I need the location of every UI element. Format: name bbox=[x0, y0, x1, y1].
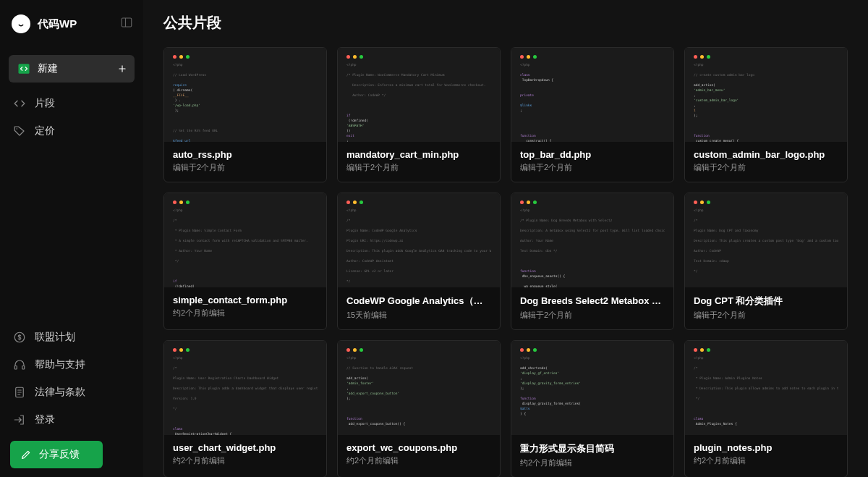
snippet-grid: <?php // Load WordPress require( dirname… bbox=[163, 47, 848, 477]
snippet-subtitle: 编辑于2个月前 bbox=[520, 162, 665, 173]
snippet-subtitle: 15天前编辑 bbox=[346, 310, 491, 321]
snippet-meta: CodeWP Google Analytics（分析）集成 15天前编辑 bbox=[338, 287, 500, 329]
snippet-meta: export_wc_coupons.php 约2个月前编辑 bbox=[338, 435, 500, 475]
logo-text: 代码WP bbox=[38, 17, 77, 31]
page-title: 公共片段 bbox=[163, 13, 848, 33]
window-controls-icon bbox=[173, 55, 318, 59]
snippet-preview: <?php /* * Plugin Name: Simple Contact F… bbox=[164, 193, 326, 287]
window-controls-icon bbox=[173, 348, 318, 352]
new-button-label: 新建 bbox=[38, 62, 58, 75]
snippet-card[interactable]: <?php add_shortcode('display_gf_entries'… bbox=[511, 340, 674, 477]
sidebar-item-label: 片段 bbox=[35, 97, 55, 110]
snippet-subtitle: 编辑于2个月前 bbox=[346, 162, 491, 173]
share-feedback-button[interactable]: 分享反馈 bbox=[10, 441, 103, 468]
sidebar-item-legal[interactable]: 法律与条款 bbox=[0, 379, 143, 406]
snippet-preview: <?php /* * Plugin Name: Admin Plugins No… bbox=[685, 341, 847, 435]
code-preview: <?php add_shortcode('display_gf_entries'… bbox=[520, 356, 665, 435]
snippet-meta: auto_rss.php 编辑于2个月前 bbox=[164, 142, 326, 182]
sidebar-item-pricing[interactable]: 定价 bbox=[0, 117, 143, 145]
snippet-title: Dog Breeds Select2 Metabox 插件 bbox=[520, 295, 665, 308]
snippet-title: plugin_notes.php bbox=[694, 442, 838, 453]
pencil-icon bbox=[20, 449, 32, 460]
snippet-meta: mandatory_cart_min.php 编辑于2个月前 bbox=[338, 142, 500, 182]
snippet-subtitle: 约2个月前编辑 bbox=[694, 455, 838, 466]
code-icon bbox=[17, 62, 30, 75]
sidebar-item-label: 联盟计划 bbox=[35, 331, 75, 344]
snippet-card[interactable]: <?php /* * Plugin Name: Simple Contact F… bbox=[163, 193, 327, 330]
sidebar-item-label: 登录 bbox=[35, 413, 55, 426]
snippet-meta: Dog Breeds Select2 Metabox 插件 编辑于2个月前 bbox=[511, 287, 673, 329]
login-icon bbox=[13, 413, 26, 426]
code-preview: <?php /* Plugin Name: Dog Breeds Metabox… bbox=[520, 208, 665, 287]
window-controls-icon bbox=[173, 200, 318, 204]
snippet-card[interactable]: <?php /* Plugin Name: WooCommerce Mandat… bbox=[337, 47, 501, 182]
snippet-card[interactable]: <?php // Function to handle AJAX request… bbox=[337, 340, 501, 477]
sidebar-item-affiliate[interactable]: 联盟计划 bbox=[0, 324, 143, 351]
tag-icon bbox=[13, 124, 26, 138]
sidebar: 代码WP 新建 片段 定价 联盟计划 帮助与支 bbox=[0, 0, 143, 477]
snippet-title: mandatory_cart_min.php bbox=[346, 149, 491, 160]
document-icon bbox=[13, 386, 26, 399]
logo-icon bbox=[12, 14, 30, 33]
window-controls-icon bbox=[346, 348, 491, 352]
code-preview: <?php /* * Plugin Name: Admin Plugins No… bbox=[694, 356, 838, 435]
headphones-icon bbox=[13, 358, 26, 371]
window-controls-icon bbox=[520, 200, 665, 204]
snippet-meta: plugin_notes.php 约2个月前编辑 bbox=[685, 435, 847, 475]
snippet-card[interactable]: <?php /* Plugin Name: Dog CPT and Taxono… bbox=[684, 193, 848, 330]
snippet-card[interactable]: <?php // create custom admin bar logo ad… bbox=[684, 47, 848, 182]
snippet-title: export_wc_coupons.php bbox=[346, 442, 491, 453]
snippet-subtitle: 编辑于2个月前 bbox=[173, 162, 318, 173]
snippet-preview: <?php /* Plugin Name: User Registration … bbox=[164, 341, 326, 435]
code-icon bbox=[13, 97, 26, 110]
code-preview: <?php // Function to handle AJAX request… bbox=[346, 356, 491, 435]
snippet-subtitle: 编辑于2个月前 bbox=[694, 310, 838, 321]
snippet-subtitle: 约2个月前编辑 bbox=[173, 455, 318, 466]
snippet-title: custom_admin_bar_logo.php bbox=[694, 149, 838, 160]
snippet-subtitle: 约2个月前编辑 bbox=[346, 455, 491, 466]
code-preview: <?php // create custom admin bar logo ad… bbox=[694, 63, 838, 142]
sidebar-item-snippets[interactable]: 片段 bbox=[0, 90, 143, 117]
new-button[interactable]: 新建 bbox=[9, 55, 135, 83]
snippet-meta: simple_contact_form.php 约2个月前编辑 bbox=[164, 287, 326, 327]
plus-icon bbox=[117, 64, 127, 74]
svg-rect-1 bbox=[19, 64, 30, 74]
sidebar-item-label: 法律与条款 bbox=[35, 386, 85, 399]
code-preview: <?php /* Plugin Name: WooCommerce Mandat… bbox=[346, 63, 491, 142]
snippet-preview: <?php add_shortcode('display_gf_entries'… bbox=[511, 341, 673, 435]
window-controls-icon bbox=[694, 348, 838, 352]
collapse-sidebar-button[interactable] bbox=[120, 16, 133, 29]
snippet-subtitle: 编辑于2个月前 bbox=[520, 310, 665, 321]
code-preview: <?php // Load WordPress require( dirname… bbox=[173, 63, 318, 142]
snippet-card[interactable]: <?php class TopBarDropdown { private $li… bbox=[511, 47, 674, 182]
snippet-title: auto_rss.php bbox=[173, 149, 318, 160]
sidebar-item-label: 帮助与支持 bbox=[35, 358, 85, 371]
logo-row: 代码WP bbox=[0, 0, 143, 48]
snippet-preview: <?php /* Plugin Name: Dog Breeds Metabox… bbox=[511, 193, 673, 287]
snippet-preview: <?php // Load WordPress require( dirname… bbox=[164, 48, 326, 142]
snippet-card[interactable]: <?php /* * Plugin Name: Admin Plugins No… bbox=[684, 340, 848, 477]
sidebar-item-help[interactable]: 帮助与支持 bbox=[0, 351, 143, 379]
snippet-subtitle: 约2个月前编辑 bbox=[173, 308, 318, 318]
snippet-title: Dog CPT 和分类插件 bbox=[694, 295, 838, 308]
code-preview: <?php /* Plugin Name: User Registration … bbox=[173, 356, 318, 435]
window-controls-icon bbox=[346, 55, 491, 59]
code-preview: <?php /* Plugin Name: CodeWP Google Anal… bbox=[346, 208, 491, 287]
dollar-icon bbox=[13, 331, 26, 344]
sidebar-item-login[interactable]: 登录 bbox=[0, 406, 143, 434]
snippet-preview: <?php class TopBarDropdown { private $li… bbox=[511, 48, 673, 142]
window-controls-icon bbox=[520, 55, 665, 59]
snippet-card[interactable]: <?php // Load WordPress require( dirname… bbox=[163, 47, 327, 182]
snippet-card[interactable]: <?php /* Plugin Name: User Registration … bbox=[163, 340, 327, 477]
snippet-title: 重力形式显示条目简码 bbox=[520, 442, 665, 455]
window-controls-icon bbox=[520, 348, 665, 352]
snippet-card[interactable]: <?php /* Plugin Name: Dog Breeds Metabox… bbox=[511, 193, 674, 330]
window-controls-icon bbox=[694, 55, 838, 59]
snippet-meta: Dog CPT 和分类插件 编辑于2个月前 bbox=[685, 287, 847, 329]
snippet-preview: <?php // create custom admin bar logo ad… bbox=[685, 48, 847, 142]
snippet-card[interactable]: <?php /* Plugin Name: CodeWP Google Anal… bbox=[337, 193, 501, 330]
main-content: 公共片段 <?php // Load WordPress require( di… bbox=[143, 0, 868, 477]
code-preview: <?php class TopBarDropdown { private $li… bbox=[520, 63, 665, 142]
snippet-subtitle: 约2个月前编辑 bbox=[520, 457, 665, 468]
svg-rect-5 bbox=[22, 366, 25, 370]
